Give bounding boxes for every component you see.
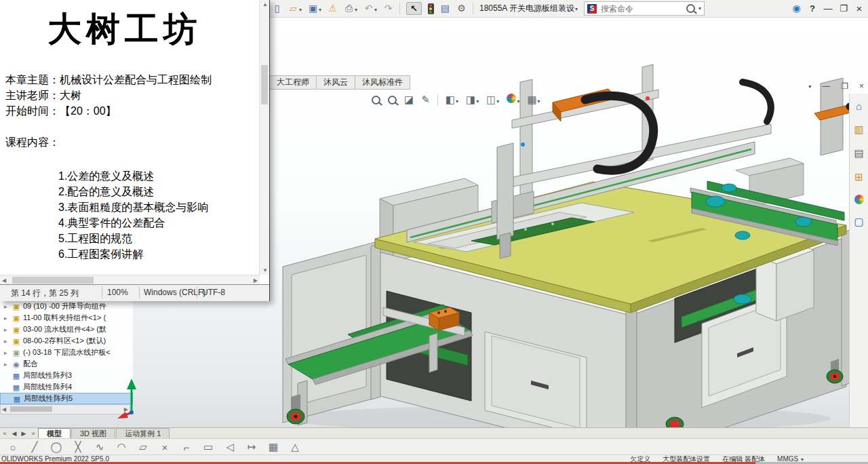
vertical-scrollbar[interactable]: ▲ ▼ (259, 0, 269, 275)
chevron-down-icon: ▾ (575, 6, 578, 12)
doc-restore-button[interactable]: ❐ (841, 81, 848, 91)
view-settings-icon: ▦ (527, 94, 536, 105)
scrollbar-thumb[interactable] (261, 65, 268, 104)
notepad-text-area[interactable]: 大树工坊 本章主题：机械设计公差配合与工程图绘制 主讲老师：大树 开始时间：【2… (0, 0, 260, 275)
user-account-icon[interactable]: ◉ (791, 3, 802, 14)
mates-icon: ◉ (12, 360, 20, 368)
pin-icon[interactable]: ▪ (808, 81, 811, 91)
redo-icon[interactable]: ↷ (383, 3, 393, 14)
command-search-box[interactable]: S ▾ (584, 1, 705, 16)
offset-tool-icon[interactable]: ↦ (244, 441, 259, 453)
scroll-right-icon[interactable]: ▶ (254, 277, 258, 284)
expand-caret-icon[interactable]: ▸ (4, 349, 9, 356)
appearances-icon[interactable] (854, 195, 864, 204)
scroll-down-icon[interactable]: ▼ (262, 267, 268, 273)
tab-nav-next[interactable]: ▶ (19, 430, 28, 437)
tree-item[interactable]: ▦ 局部线性阵列4 (0, 381, 133, 393)
print-button[interactable]: ⎙▾ (344, 3, 357, 14)
hide-show-icon: ◫ (486, 94, 496, 105)
view-settings-button[interactable]: ▦▾ (527, 94, 540, 106)
tab-mufengyun[interactable]: 沐风云 (316, 75, 355, 90)
display-pane-icon[interactable]: ▤ (440, 3, 450, 14)
scroll-up-icon[interactable]: ▲ (262, 1, 268, 7)
tab-nav-last[interactable]: » (28, 430, 38, 437)
zoom-area-icon[interactable] (388, 96, 397, 104)
tab-model[interactable]: 模型 (38, 428, 71, 439)
rectangle-tool-icon[interactable]: ▭ (201, 441, 216, 453)
open-button[interactable]: ▱▾ (288, 3, 302, 14)
custom-properties-icon[interactable]: ▢ (854, 216, 863, 228)
traffic-light-icon[interactable] (428, 3, 434, 14)
corner-tool-icon[interactable]: ⌐ (179, 442, 194, 453)
undo-button[interactable]: ↶▾ (363, 3, 377, 14)
view-palette-icon[interactable]: ⊞ (854, 171, 863, 183)
print-icon: ⎙ (344, 3, 354, 14)
tree-item[interactable]: ▦ 局部线性阵列3 (0, 370, 133, 381)
horizontal-scrollbar[interactable]: ◀ ▶ (0, 275, 260, 285)
expand-caret-icon[interactable]: ▸ (4, 326, 9, 333)
tab-dagongchengshi[interactable]: 大工程师 (269, 75, 316, 90)
parallelogram-tool-icon[interactable]: ▱ (136, 441, 151, 453)
tree-item[interactable]: ▸ ▣ 08-00-2存料区<1> (默认) (0, 335, 133, 347)
toolbar-separator (437, 94, 438, 106)
tree-item-mates[interactable]: ▸ ◉ 配合 (0, 358, 133, 370)
doc-close-button[interactable]: × (859, 81, 864, 91)
outline-item: 1.公差的意义及概述 (58, 170, 154, 184)
tab-nav-first[interactable]: « (0, 430, 9, 437)
ellipse-tool-icon[interactable]: ○ (5, 442, 20, 453)
expand-caret-icon[interactable]: ▸ (4, 303, 9, 310)
chamfer-tool-icon[interactable]: △ (288, 441, 302, 453)
file-explorer-icon[interactable]: ▤ (854, 147, 863, 159)
view-orientation-button[interactable]: ◧▾ (446, 94, 458, 106)
tab-nav-prev[interactable]: ◀ (9, 430, 19, 437)
spline-tool-icon[interactable]: ∿ (92, 441, 107, 453)
doc-minimize-button[interactable]: — (822, 81, 830, 91)
document-window-controls: ▪ — ❐ × (808, 81, 864, 91)
tree-item[interactable]: ▸ ▣ 11-00 取料夹持组件<1> ( (0, 312, 133, 324)
linear-pattern-tool-icon[interactable]: ▦ (266, 441, 281, 453)
tree-item[interactable]: ▸ ▣ (-) 03-18 下层流水线护板< (0, 347, 133, 358)
expand-caret-icon[interactable]: ▸ (4, 361, 9, 368)
tree-item-selected[interactable]: ▦ 局部线性阵列5 (0, 393, 133, 404)
scroll-left-icon[interactable]: ◀ (2, 406, 6, 412)
tree-item-label: 配合 (23, 359, 38, 369)
annotation-views-icon[interactable]: ✎ (421, 94, 430, 106)
tab-mufeng-standard[interactable]: 沐风标准件 (355, 75, 410, 90)
scrollbar-thumb[interactable] (10, 406, 52, 412)
cross-tool-icon[interactable]: ╳ (71, 441, 85, 453)
expand-caret-icon[interactable]: ▸ (4, 338, 9, 345)
appearance-button[interactable]: ▾ (507, 94, 519, 106)
tree-item[interactable]: ▸ ▣ 09 (10) -00 升降导向组件 (0, 301, 133, 312)
zoom-fit-icon[interactable] (372, 96, 380, 104)
minimize-button[interactable]: — (823, 3, 833, 14)
tab-3d-views[interactable]: 3D 视图 (71, 428, 115, 439)
home-icon[interactable]: ⌂ (856, 100, 862, 112)
search-input[interactable] (599, 3, 684, 14)
tree-item[interactable]: ▸ ▣ 03-00 流水线组件<4> (默 (0, 324, 133, 335)
circle-tool-icon[interactable]: ◯ (49, 441, 64, 453)
expand-caret-icon[interactable]: ▸ (4, 315, 9, 322)
mirror-tool-icon[interactable]: ◁ (222, 441, 237, 453)
restore-button[interactable]: ❐ (839, 3, 848, 14)
tab-motion-study[interactable]: 运动算例 1 (116, 428, 170, 439)
options-gear-icon[interactable]: ⚙ (456, 3, 467, 14)
close-button[interactable]: × (854, 3, 864, 14)
tree-scrollbar[interactable]: ◀ ▶ (0, 404, 130, 414)
line-tool-icon[interactable]: ╱ (27, 441, 42, 453)
save-button[interactable]: ▣▾ (308, 3, 321, 14)
help-icon[interactable]: ? (808, 3, 817, 14)
display-style-button[interactable]: ◨▾ (466, 94, 479, 106)
section-view-icon[interactable]: ◪ (404, 94, 414, 106)
rebuild-warning-icon[interactable]: ⚠ (328, 3, 338, 14)
document-title-dropdown[interactable]: 18055A 开关电源板组装设▾ (479, 3, 578, 14)
hide-show-button[interactable]: ◫▾ (486, 94, 499, 106)
select-tool-button[interactable]: ↖ (406, 2, 422, 15)
scrollbar-thumb[interactable] (12, 277, 94, 284)
new-document-icon[interactable]: ▯ (272, 3, 282, 14)
chevron-down-icon[interactable]: ▾ (698, 5, 701, 12)
scroll-left-icon[interactable]: ◀ (2, 277, 6, 284)
design-library-icon[interactable]: ▥ (854, 123, 863, 136)
erase-tool-icon[interactable]: × (157, 442, 172, 453)
arc-tool-icon[interactable]: ◠ (114, 441, 129, 453)
search-icon[interactable] (686, 4, 695, 13)
